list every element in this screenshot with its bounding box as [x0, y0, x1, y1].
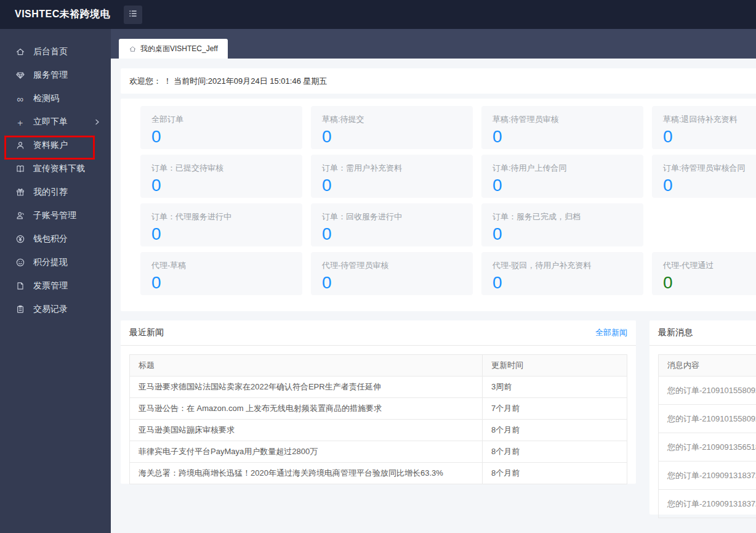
stat-card: 草稿:待提交 0	[311, 106, 473, 149]
gift-icon	[15, 187, 25, 198]
sidebar-item-promo-downloads[interactable]: 宣传资料下载	[0, 157, 111, 181]
news-table: 标题 更新时间 亚马逊要求德国站法国站卖家在2022年确认符合EPR生产者责任延…	[129, 354, 627, 484]
messages-title: 最新消息	[658, 327, 693, 338]
messages-panel-header: 最新消息	[649, 320, 756, 346]
news-col-time: 更新时间	[482, 355, 627, 376]
stat-value[interactable]: 0	[663, 176, 756, 195]
invoice-icon	[15, 281, 25, 291]
stat-value[interactable]: 0	[493, 225, 632, 244]
stat-label: 订单：需用户补充资料	[322, 163, 462, 174]
sidebar-item-place-order[interactable]: ＋ 立即下单	[0, 110, 111, 134]
yen-circle-icon	[15, 234, 25, 245]
sidebar-item-label: 钱包积分	[33, 234, 68, 245]
news-row[interactable]: 亚马逊要求德国站法国站卖家在2022年确认符合EPR生产者责任延伸 3周前	[130, 376, 627, 397]
stat-card: 订单:待管理员审核合同 0	[652, 155, 756, 198]
news-row[interactable]: 海关总署：跨境电商增长迅猛！2020年通过海关跨境电商管理平台验放同比增长63.…	[130, 462, 627, 484]
messages-table: 消息内容 您的订单-21091015580920 您的订单-2109101558…	[658, 354, 756, 518]
stats-grid: 全部订单 0 草稿:待提交 0 草稿:待管理员审核 0 草稿:退回待补充资料 0…	[140, 106, 756, 295]
stat-value[interactable]: 0	[151, 274, 291, 293]
sidebar-item-label: 检测码	[33, 93, 59, 104]
stat-value[interactable]: 0	[322, 128, 462, 147]
stat-value[interactable]: 0	[322, 225, 462, 244]
news-row-title[interactable]: 亚马逊公告：在 Amazon.com 上发布无线电射频装置商品的措施要求	[130, 398, 482, 419]
news-row[interactable]: 菲律宾电子支付平台PayMaya用户数量超过2800万 8个月前	[130, 441, 627, 462]
sidebar-item-check-code[interactable]: ∞ 检测码	[0, 87, 111, 110]
stat-value[interactable]: 0	[151, 176, 291, 195]
sidebar-nav: 后台首页 服务管理 ∞ 检测码 ＋ 立即下单 资料账户	[0, 29, 111, 533]
sidebar-item-label: 我的引荐	[33, 187, 68, 198]
stat-value[interactable]: 0	[663, 274, 756, 293]
stat-card: 草稿:退回待补充资料 0	[652, 106, 756, 149]
sidebar-item-profile-account[interactable]: 资料账户	[0, 134, 111, 157]
message-row[interactable]: 您的订单-21090913183725	[659, 461, 756, 489]
stat-label: 草稿:退回待补充资料	[663, 114, 756, 125]
stat-card: 代理-待管理员审核 0	[311, 252, 473, 295]
stat-label: 订单：代理服务进行中	[151, 211, 291, 222]
sidebar-item-label: 后台首页	[33, 46, 68, 57]
infinity-icon: ∞	[15, 94, 25, 104]
list-menu-icon	[128, 9, 138, 21]
news-col-title: 标题	[130, 355, 482, 376]
stat-card: 订单：回收服务进行中 0	[311, 203, 473, 246]
sidebar-item-wallet-points[interactable]: 钱包积分	[0, 227, 111, 251]
stat-card: 代理-代理通过 0	[652, 252, 756, 295]
stat-card: 订单：服务已完成，归档 0	[481, 203, 643, 246]
tab-my-desktop[interactable]: 我的桌面VISHTEC_Jeff	[119, 39, 228, 59]
sidebar-item-subaccounts[interactable]: 子账号管理	[0, 204, 111, 227]
stat-value[interactable]: 0	[493, 128, 632, 147]
stat-value[interactable]: 0	[322, 274, 462, 293]
sidebar-item-label: 子账号管理	[33, 210, 76, 221]
messages-col-header: 消息内容	[659, 355, 756, 376]
stat-label: 代理-草稿	[151, 260, 291, 271]
stat-label: 全部订单	[151, 114, 291, 125]
message-row[interactable]: 您的订单-21090913565184	[659, 433, 756, 461]
stat-label: 订单：回收服务进行中	[322, 211, 462, 222]
news-row-title[interactable]: 亚马逊美国站蹦床审核要求	[130, 420, 482, 441]
clipboard-icon	[15, 304, 25, 315]
sidebar-item-points-withdraw[interactable]: 积分提现	[0, 251, 111, 274]
home-icon	[129, 45, 137, 53]
stat-grid-empty-cell	[652, 203, 756, 246]
messages-panel: 最新消息 消息内容 您的订单-21091015580920 您的订单-21091…	[649, 320, 756, 515]
stat-card: 草稿:待管理员审核 0	[481, 106, 643, 149]
all-news-link[interactable]: 全部新闻	[595, 327, 627, 338]
news-row-title[interactable]: 亚马逊要求德国站法国站卖家在2022年确认符合EPR生产者责任延伸	[130, 376, 482, 397]
sidebar-item-label: 发票管理	[33, 280, 68, 291]
stat-label: 草稿:待提交	[322, 114, 462, 125]
stat-card: 全部订单 0	[140, 106, 302, 149]
message-row[interactable]: 您的订单-21091015580920	[659, 404, 756, 433]
stat-value[interactable]: 0	[663, 128, 756, 147]
news-row[interactable]: 亚马逊公告：在 Amazon.com 上发布无线电射频装置商品的措施要求 7个月…	[130, 397, 627, 419]
stat-value[interactable]: 0	[493, 176, 632, 195]
sidebar-item-label: 资料账户	[33, 140, 68, 151]
welcome-text: 欢迎您： ！ 当前时间:2021年09月24日 15:01:46 星期五	[129, 76, 328, 87]
sidebar-item-transactions[interactable]: 交易记录	[0, 298, 111, 321]
stat-label: 代理-代理通过	[663, 260, 756, 271]
top-header: VISHTEC未裕跨境电	[0, 0, 756, 29]
stat-card: 订单:待用户上传合同 0	[481, 155, 643, 198]
news-row-title[interactable]: 菲律宾电子支付平台PayMaya用户数量超过2800万	[130, 441, 482, 462]
message-row[interactable]: 您的订单-21091015580920	[659, 376, 756, 404]
news-row-time: 8个月前	[482, 420, 627, 441]
stat-card: 代理-驳回，待用户补充资料 0	[481, 252, 643, 295]
stat-value[interactable]: 0	[322, 176, 462, 195]
message-row[interactable]: 您的订单-21090913183725	[659, 489, 756, 518]
stat-label: 代理-驳回，待用户补充资料	[493, 260, 632, 271]
diamond-icon	[15, 70, 25, 81]
sidebar-item-invoices[interactable]: 发票管理	[0, 274, 111, 298]
sidebar-item-services[interactable]: 服务管理	[0, 63, 111, 87]
sidebar-item-dashboard[interactable]: 后台首页	[0, 40, 111, 63]
brand-logo: VISHTEC未裕跨境电	[15, 8, 110, 21]
stat-label: 订单:待用户上传合同	[493, 163, 632, 174]
news-row-title[interactable]: 海关总署：跨境电商增长迅猛！2020年通过海关跨境电商管理平台验放同比增长63.…	[130, 463, 482, 484]
sidebar-item-referrals[interactable]: 我的引荐	[0, 181, 111, 204]
stat-label: 订单：已提交待审核	[151, 163, 291, 174]
stat-value[interactable]: 0	[151, 225, 291, 244]
hamburger-menu-button[interactable]	[124, 6, 142, 24]
news-row[interactable]: 亚马逊美国站蹦床审核要求 8个月前	[130, 419, 627, 441]
stat-label: 代理-待管理员审核	[322, 260, 462, 271]
app-window: VISHTEC未裕跨境电 后台首页 服务管理	[0, 0, 756, 533]
stat-value[interactable]: 0	[151, 128, 291, 147]
stat-value[interactable]: 0	[493, 274, 632, 293]
news-row-time: 8个月前	[482, 463, 627, 484]
